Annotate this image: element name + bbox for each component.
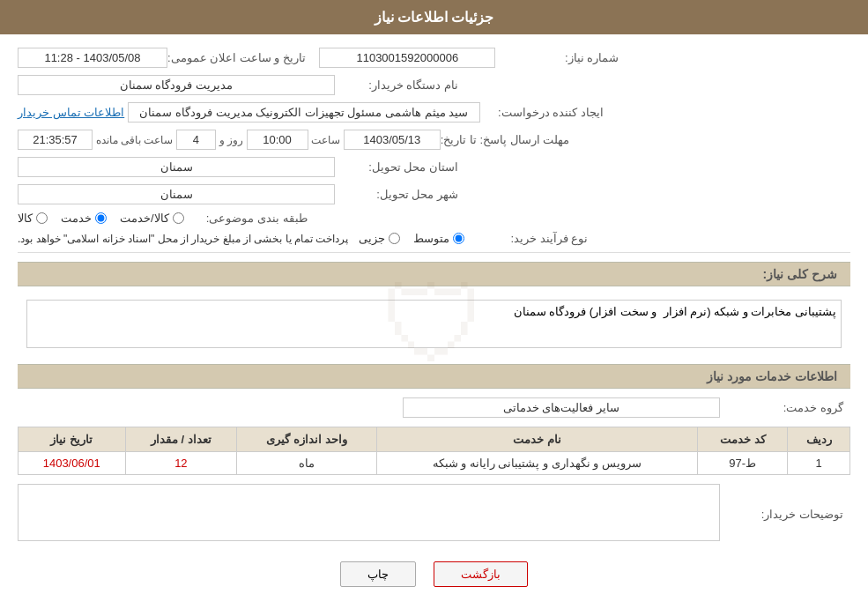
button-row: بازگشت چاپ — [18, 561, 850, 587]
deadline-days-label: روز و — [219, 134, 243, 146]
col-unit: واحد اندازه گیری — [237, 427, 376, 452]
purchase-type-label: نوع فرآیند خرید: — [464, 232, 588, 245]
contact-link[interactable]: اطلاعات تماس خریدار — [18, 106, 124, 119]
buyer-description-textarea[interactable] — [18, 484, 720, 541]
col-row-num: ردیف — [788, 427, 850, 452]
page-header: جزئیات اطلاعات نیاز — [0, 0, 868, 34]
category-radio-kala-khedmat[interactable] — [173, 212, 184, 224]
services-table: ردیف کد خدمت نام خدمت واحد اندازه گیری ت… — [18, 427, 850, 475]
description-textarea[interactable]: پشتیبانی مخابرات و شبکه (نرم افزار و سخت… — [26, 300, 842, 348]
category-radio-group: کالا/خدمت خدمت کالا — [18, 212, 184, 225]
deadline-row: مهلت ارسال پاسخ: تا تاریخ: 1403/05/13 سا… — [18, 130, 850, 150]
main-content: 🛡 شماره نیاز: 1103001592000006 تاریخ و س… — [0, 34, 868, 609]
group-label: گروه خدمت: — [720, 401, 843, 414]
category-option-kala-khedmat[interactable]: کالا/خدمت — [120, 212, 184, 225]
description-section-header: شرح کلی نیاز: — [18, 262, 850, 286]
creator-label: ایجاد کننده درخواست: — [480, 106, 604, 119]
category-option-kala[interactable]: کالا — [18, 212, 48, 225]
purchase-radio-jozi[interactable] — [389, 233, 400, 244]
table-header-row: ردیف کد خدمت نام خدمت واحد اندازه گیری ت… — [19, 427, 850, 452]
category-radio-kala[interactable] — [36, 212, 48, 224]
need-number-row: شماره نیاز: 1103001592000006 تاریخ و ساع… — [18, 48, 850, 68]
city-value: سمنان — [18, 184, 335, 204]
purchase-option-motavaset[interactable]: متوسط — [413, 232, 464, 245]
province-value: سمنان — [18, 157, 335, 177]
purchase-type-row: نوع فرآیند خرید: متوسط جزیی پرداخت تمام … — [18, 232, 850, 245]
cell-date: 1403/06/01 — [19, 452, 126, 475]
deadline-time: 10:00 — [247, 130, 308, 150]
cell-code: ط-97 — [698, 452, 788, 475]
deadline-remaining: 21:35:57 — [18, 130, 93, 150]
creator-value: سید میثم هاشمی مسئول تجهیزات الکترونیک م… — [128, 102, 480, 123]
group-service-row: گروه خدمت: سایر فعالیت‌های خدماتی — [18, 397, 850, 418]
category-label-khedmat: خدمت — [61, 212, 92, 225]
back-button[interactable]: بازگشت — [434, 561, 528, 587]
page-container: جزئیات اطلاعات نیاز 🛡 شماره نیاز: 110300… — [0, 0, 868, 609]
need-number-value: 1103001592000006 — [319, 48, 495, 68]
col-code: کد خدمت — [698, 427, 788, 452]
purchase-option-jozi[interactable]: جزیی — [359, 232, 400, 245]
org-label: نام دستگاه خریدار: — [335, 78, 458, 92]
buyer-description-row: توضیحات خریدار: — [18, 484, 850, 544]
date-label: تاریخ و ساعت اعلان عمومی: — [167, 51, 306, 64]
buyer-description-label: توضیحات خریدار: — [720, 508, 843, 521]
purchase-note: پرداخت تمام یا بخشی از مبلغ خریدار از مح… — [18, 233, 348, 245]
category-label-kala: کالا — [18, 212, 33, 225]
need-number-label: شماره نیاز: — [495, 51, 619, 64]
date-value: 1403/05/08 - 11:28 — [18, 48, 167, 68]
city-label: شهر محل تحویل: — [335, 188, 458, 201]
deadline-days: 4 — [176, 130, 216, 150]
services-section-header: اطلاعات خدمات مورد نیاز — [18, 364, 850, 389]
purchase-label-jozi: جزیی — [359, 232, 385, 245]
category-radio-khedmat[interactable] — [95, 212, 107, 224]
creator-row: ایجاد کننده درخواست: سید میثم هاشمی مسئو… — [18, 102, 850, 123]
category-label-kala-khedmat: کالا/خدمت — [120, 212, 169, 225]
category-option-khedmat[interactable]: خدمت — [61, 212, 107, 225]
deadline-label: مهلت ارسال پاسخ: تا تاریخ: — [441, 133, 570, 146]
description-area: پشتیبانی مخابرات و شبکه (نرم افزار و سخت… — [18, 295, 850, 355]
purchase-radio-motavaset[interactable] — [453, 233, 464, 244]
org-value: مدیریت فرودگاه سمنان — [18, 75, 335, 95]
cell-unit: ماه — [237, 452, 376, 475]
cell-qty: 12 — [125, 452, 237, 475]
table-row: 1 ط-97 سرویس و نگهداری و پشتیبانی رایانه… — [19, 452, 850, 475]
group-value: سایر فعالیت‌های خدماتی — [403, 397, 720, 418]
col-name: نام خدمت — [376, 427, 697, 452]
print-button[interactable]: چاپ — [340, 561, 416, 587]
col-date: تاریخ نیاز — [19, 427, 126, 452]
cell-row-num: 1 — [788, 452, 850, 475]
category-row: طبقه بندی موضوعی: کالا/خدمت خدمت کالا — [18, 212, 850, 225]
org-row: نام دستگاه خریدار: مدیریت فرودگاه سمنان — [18, 75, 850, 95]
purchase-label-motavaset: متوسط — [413, 232, 449, 245]
deadline-time-label: ساعت — [311, 134, 340, 146]
province-row: استان محل تحویل: سمنان — [18, 157, 850, 177]
deadline-remaining-label: ساعت باقی مانده — [96, 134, 174, 146]
category-label: طبقه بندی موضوعی: — [184, 212, 308, 225]
col-qty: تعداد / مقدار — [125, 427, 237, 452]
page-title: جزئیات اطلاعات نیاز — [375, 10, 494, 25]
cell-name: سرویس و نگهداری و پشتیبانی رایانه و شبکه — [376, 452, 697, 475]
city-row: شهر محل تحویل: سمنان — [18, 184, 850, 204]
province-label: استان محل تحویل: — [335, 160, 458, 174]
deadline-date: 1403/05/13 — [344, 130, 441, 150]
purchase-radio-group: متوسط جزیی — [359, 232, 464, 245]
